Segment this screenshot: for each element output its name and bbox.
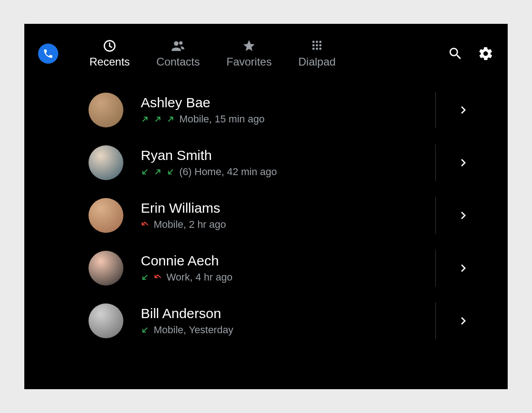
call-detail-button[interactable]	[435, 250, 490, 286]
call-row[interactable]: Connie AechWork, 4 hr ago	[89, 242, 508, 294]
svg-point-10	[319, 48, 321, 50]
phone-app-window: RecentsContactsFavoritesDialpad Ashley B…	[24, 24, 508, 389]
tab-favorites[interactable]: Favorites	[227, 39, 272, 68]
call-row[interactable]: Ashley BaeMobile, 15 min ago	[89, 83, 508, 136]
contact-name: Ashley Bae	[141, 95, 435, 110]
call-incoming-icon	[141, 326, 149, 334]
chevron-right-icon	[458, 105, 468, 115]
svg-point-0	[174, 41, 179, 46]
call-info: Ryan Smith(6) Home, 42 min ago	[123, 148, 435, 178]
call-row[interactable]: Bill AndersonMobile, Yesterday	[89, 294, 508, 347]
call-direction-icons	[141, 326, 149, 334]
call-outgoing-icon	[154, 168, 162, 176]
call-missed-icon	[154, 273, 162, 281]
call-subline: Mobile, 2 hr ago	[141, 219, 435, 231]
tab-label: Favorites	[227, 55, 272, 68]
call-info: Bill AndersonMobile, Yesterday	[123, 306, 435, 336]
top-actions	[447, 45, 494, 62]
contact-avatar	[89, 251, 123, 286]
chevron-right-icon	[458, 263, 468, 273]
chevron-right-icon	[458, 316, 468, 326]
tabs: RecentsContactsFavoritesDialpad	[89, 39, 447, 68]
chevron-right-icon	[458, 158, 468, 168]
call-direction-icons	[141, 115, 175, 123]
contact-avatar	[89, 93, 123, 127]
call-incoming-icon	[166, 168, 175, 176]
call-subline: Mobile, Yesterday	[141, 324, 435, 336]
contact-name: Bill Anderson	[141, 306, 435, 321]
people-icon	[171, 39, 185, 53]
call-incoming-icon	[141, 273, 149, 281]
phone-icon	[43, 48, 54, 59]
call-outgoing-icon	[166, 115, 175, 123]
call-info: Ashley BaeMobile, 15 min ago	[123, 95, 435, 125]
contact-avatar	[89, 303, 123, 338]
gear-icon	[478, 46, 493, 61]
call-meta: Work, 4 hr ago	[166, 271, 233, 283]
recents-list: Ashley BaeMobile, 15 min agoRyan Smith(6…	[24, 83, 508, 347]
svg-point-7	[319, 44, 321, 46]
contact-avatar	[89, 145, 123, 180]
svg-point-6	[316, 44, 318, 46]
contact-avatar	[89, 198, 123, 233]
call-info: Erin WilliamsMobile, 2 hr ago	[123, 200, 435, 231]
svg-point-9	[316, 48, 318, 50]
svg-point-2	[312, 41, 315, 43]
call-direction-icons	[141, 168, 175, 176]
call-detail-button[interactable]	[435, 144, 490, 181]
call-subline: Work, 4 hr ago	[141, 271, 435, 283]
svg-point-5	[312, 44, 315, 46]
call-detail-button[interactable]	[435, 303, 490, 339]
search-button[interactable]	[447, 45, 464, 62]
settings-button[interactable]	[477, 45, 494, 62]
search-icon	[448, 46, 463, 61]
call-incoming-icon	[141, 168, 149, 176]
svg-point-3	[316, 41, 318, 43]
clock-icon	[103, 39, 116, 53]
svg-point-8	[312, 48, 315, 50]
tab-label: Contacts	[156, 55, 200, 68]
call-row[interactable]: Ryan Smith(6) Home, 42 min ago	[89, 136, 508, 189]
phone-app-icon[interactable]	[38, 44, 58, 64]
call-meta: Mobile, Yesterday	[154, 324, 233, 336]
call-subline: (6) Home, 42 min ago	[141, 166, 435, 178]
call-info: Connie AechWork, 4 hr ago	[123, 253, 435, 283]
call-outgoing-icon	[141, 115, 149, 123]
svg-point-1	[179, 41, 183, 45]
call-missed-icon	[141, 220, 149, 229]
contact-name: Connie Aech	[141, 253, 435, 269]
chevron-right-icon	[458, 210, 468, 220]
call-meta: Mobile, 15 min ago	[179, 113, 265, 125]
call-row[interactable]: Erin WilliamsMobile, 2 hr ago	[89, 189, 508, 242]
tab-dialpad[interactable]: Dialpad	[298, 39, 335, 68]
top-bar: RecentsContactsFavoritesDialpad	[24, 24, 508, 83]
call-meta: (6) Home, 42 min ago	[179, 166, 277, 178]
call-outgoing-icon	[154, 115, 162, 123]
tab-contacts[interactable]: Contacts	[156, 39, 200, 68]
svg-point-4	[319, 41, 321, 43]
dialpad-icon	[310, 39, 324, 53]
call-meta: Mobile, 2 hr ago	[154, 219, 226, 231]
tab-recents[interactable]: Recents	[89, 39, 130, 68]
call-subline: Mobile, 15 min ago	[141, 113, 435, 125]
contact-name: Erin Williams	[141, 200, 435, 216]
call-direction-icons	[141, 273, 162, 281]
tab-label: Recents	[89, 55, 130, 68]
star-icon	[242, 39, 256, 53]
call-detail-button[interactable]	[435, 197, 490, 234]
tab-label: Dialpad	[298, 55, 335, 68]
contact-name: Ryan Smith	[141, 148, 435, 163]
call-detail-button[interactable]	[435, 92, 490, 128]
call-direction-icons	[141, 220, 149, 229]
